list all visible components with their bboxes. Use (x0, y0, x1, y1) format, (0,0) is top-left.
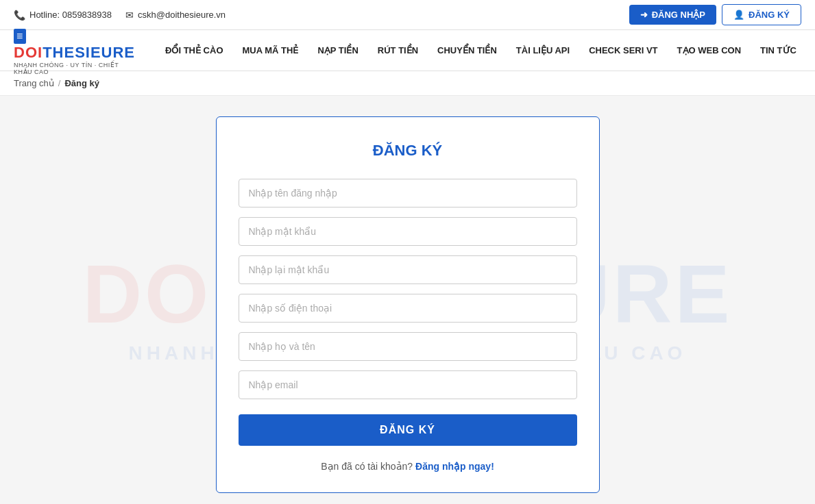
breadcrumb-current: Đăng ký (64, 78, 99, 88)
nav-link-nap-tien[interactable]: NẠP TIỀN (308, 30, 367, 71)
nav-item-rut-tien[interactable]: RÚT TIỀN (368, 30, 428, 71)
register-form-card: ĐĂNG KÝ ĐĂNG KÝ Bạn đã có tài khoản? Đăn… (216, 116, 600, 493)
confirm-password-input[interactable] (239, 255, 577, 284)
nav-link-check-seri-vt[interactable]: CHECK SERI VT (579, 30, 667, 71)
login-link[interactable]: Đăng nhập ngay! (415, 461, 494, 472)
fullname-group (239, 332, 577, 361)
nav-link-tin-tuc[interactable]: TIN TỨC (751, 30, 806, 71)
footer-text: Bạn đã có tài khoản? (321, 461, 413, 472)
logo-text: ≡DOITHESIEURE (14, 26, 135, 62)
login-label: ĐĂNG NHẬP (652, 10, 705, 20)
login-button[interactable]: ĐĂNG NHẬP (629, 5, 716, 25)
username-input[interactable] (239, 179, 577, 207)
logo-icon: ≡ (14, 29, 26, 44)
nav-menu: ĐỔI THẺ CÀO MUA MÃ THẺ NẠP TIỀN RÚT TIỀN… (156, 30, 806, 71)
nav-item-tin-tuc[interactable]: TIN TỨC (751, 30, 806, 71)
password-input[interactable] (239, 217, 577, 246)
submit-button[interactable]: ĐĂNG KÝ (239, 414, 577, 446)
logo-sub: NHANH CHÓNG · UY TÍN · CHIẾT KHẤU CAO (14, 62, 135, 75)
username-group (239, 179, 577, 207)
hotline-item: Hotline: 0859838938 (14, 10, 112, 21)
nav-link-tai-lieu-api[interactable]: TÀI LIỆU API (507, 30, 579, 71)
phone-group (239, 294, 577, 323)
nav-item-check-seri-vt[interactable]: CHECK SERI VT (579, 30, 667, 71)
top-bar-right: ĐĂNG NHẬP ĐĂNG KÝ (629, 4, 801, 25)
main-content: DOITHESIEURE NHANH CHÓNG · UY TÍN · CHIẾ… (0, 96, 815, 504)
phone-input[interactable] (239, 294, 577, 323)
email-group (239, 370, 577, 399)
nav-item-mua-ma-the[interactable]: MUA MÃ THẺ (233, 30, 308, 71)
email-item: cskh@doithesieure.vn (125, 10, 226, 21)
nav-link-rut-tien[interactable]: RÚT TIỀN (368, 30, 428, 71)
email-text: cskh@doithesieure.vn (138, 10, 226, 20)
email-input[interactable] (239, 370, 577, 399)
nav-item-tai-lieu-api[interactable]: TÀI LIỆU API (507, 30, 579, 71)
hotline-text: Hotline: 0859838938 (29, 10, 112, 20)
logo-sieure: SIEURE (75, 44, 135, 61)
breadcrumb-home[interactable]: Trang chủ (14, 78, 54, 88)
mail-icon (125, 10, 134, 21)
watermark-doi: DOI (82, 248, 236, 340)
nav-link-chuyen-tien[interactable]: CHUYỂN TIỀN (428, 30, 507, 71)
nav-item-chuyen-tien[interactable]: CHUYỂN TIỀN (428, 30, 507, 71)
phone-icon (14, 10, 25, 21)
nav-link-doi-the-cao[interactable]: ĐỔI THẺ CÀO (156, 30, 232, 71)
register-top-button[interactable]: ĐĂNG KÝ (722, 4, 801, 25)
logo: ≡DOITHESIEURE NHANH CHÓNG · UY TÍN · CHI… (14, 26, 135, 75)
arrow-icon (640, 10, 648, 20)
logo-the: THE (42, 44, 75, 61)
breadcrumb-separator: / (58, 78, 61, 88)
fullname-input[interactable] (239, 332, 577, 361)
nav-link-mua-ma-the[interactable]: MUA MÃ THẺ (233, 30, 308, 71)
form-footer: Bạn đã có tài khoản? Đăng nhập ngay! (239, 461, 577, 472)
password-group (239, 217, 577, 246)
navbar: ≡DOITHESIEURE NHANH CHÓNG · UY TÍN · CHI… (0, 30, 815, 71)
register-top-label: ĐĂNG KÝ (749, 10, 790, 20)
confirm-password-group (239, 255, 577, 284)
nav-item-nap-tien[interactable]: NẠP TIỀN (308, 30, 367, 71)
nav-link-tao-web-con[interactable]: TẠO WEB CON (668, 30, 751, 71)
form-title: ĐĂNG KÝ (239, 142, 577, 160)
user-icon (733, 10, 744, 20)
logo-doi: DOI (14, 44, 42, 61)
nav-item-doi-the-cao[interactable]: ĐỔI THẺ CÀO (156, 30, 232, 71)
nav-item-tao-web-con[interactable]: TẠO WEB CON (668, 30, 751, 71)
top-bar-left: Hotline: 0859838938 cskh@doithesieure.vn (14, 10, 226, 21)
